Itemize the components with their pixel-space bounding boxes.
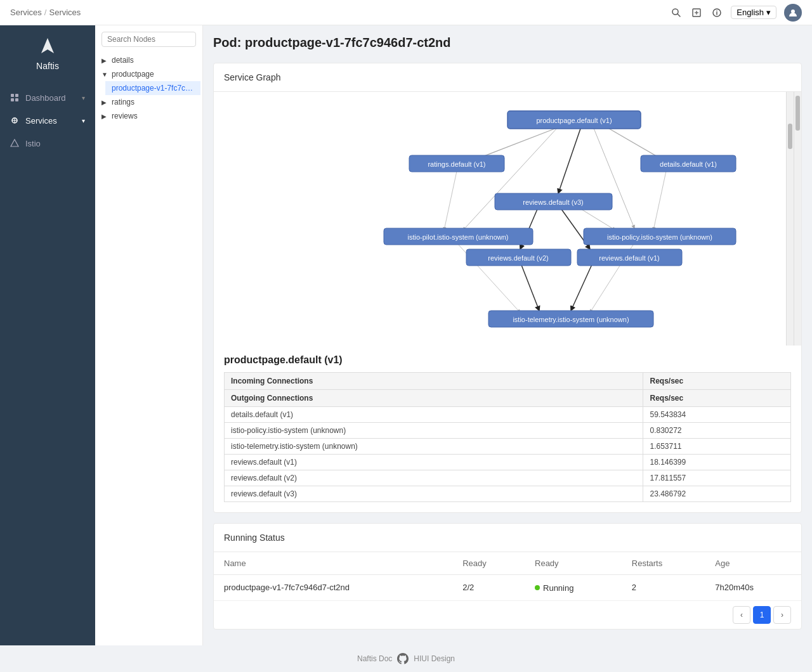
tree-item-ratings[interactable]: ▶ ratings — [95, 95, 202, 109]
expand-icon-productpage: ▼ — [102, 71, 109, 78]
status-table-body: productpage-v1-7fc7c946d7-ct2nd 2/2 Runn… — [214, 575, 801, 601]
sidebar-item-label-dashboard: Dashboard — [25, 93, 66, 103]
svg-text:ratings.default (v1): ratings.default (v1) — [428, 160, 485, 168]
expand-icon-reviews: ▶ — [102, 113, 109, 120]
age-cell: 7h20m40s — [705, 575, 801, 601]
edit-icon[interactable] — [690, 6, 703, 19]
breadcrumb: Services / Services — [10, 8, 81, 17]
svg-line-21 — [593, 127, 634, 228]
breadcrumb-sep: / — [44, 8, 47, 17]
expand-icon-details: ▶ — [102, 57, 109, 64]
connection-cell: istio-telemetry.istio-system (unknown) — [225, 439, 643, 455]
tree-item-productpage[interactable]: ▼ productpage — [95, 67, 202, 81]
col-ready1: Ready — [452, 552, 525, 575]
col-ready2: Ready — [525, 552, 622, 575]
tree-children-productpage: productpage-v1-7fc7c946... — [95, 81, 202, 95]
col-restarts: Restarts — [622, 552, 705, 575]
tree-item-details[interactable]: ▶ details — [95, 53, 202, 67]
outgoing-header: Outgoing Connections — [225, 390, 643, 407]
status-table: Name Ready Ready Restarts Age productpag… — [214, 552, 801, 601]
page-1-button[interactable]: 1 — [753, 606, 771, 624]
main-content: Pod: productpage-v1-7fc7c946d7-ct2nd Ser… — [203, 25, 812, 645]
dashboard-icon — [10, 93, 20, 103]
connection-cell: reviews.default (v1) — [225, 455, 643, 470]
svg-rect-12 — [11, 98, 14, 101]
running-status-header: Running Status — [214, 524, 801, 552]
page-title: Pod: productpage-v1-7fc7c946d7-ct2nd — [213, 36, 802, 50]
table-row: details.default (v1)59.543834 — [225, 407, 791, 423]
sidebar: Naftis Dashboard ▾ Services — [0, 25, 95, 645]
tree-item-reviews[interactable]: ▶ reviews — [95, 109, 202, 123]
info-icon[interactable] — [710, 6, 723, 19]
graph-scrollbar2[interactable] — [786, 92, 794, 346]
status-cell: Running — [525, 575, 622, 601]
reqs-cell: 1.653711 — [643, 439, 791, 455]
ready-cell: 2/2 — [452, 575, 525, 601]
col-name: Name — [214, 552, 452, 575]
reqs-cell: 0.830272 — [643, 423, 791, 439]
reqs-cell: 18.146399 — [643, 455, 791, 470]
search-input[interactable] — [102, 32, 196, 47]
service-graph-card: Service Graph — [213, 63, 802, 513]
selected-node-title: productpage.default (v1) — [224, 346, 791, 372]
connection-cell: reviews.default (v2) — [225, 470, 643, 486]
pagination: ‹ 1 › — [214, 601, 801, 629]
incoming-header: Incoming Connections — [225, 373, 643, 390]
tree-subitem-productpage-pod[interactable]: productpage-v1-7fc7c946... — [105, 81, 200, 95]
logo: Naftis — [36, 36, 59, 71]
breadcrumb-2[interactable]: Services — [49, 8, 81, 17]
svg-text:reviews.default (v2): reviews.default (v2) — [488, 254, 548, 262]
logo-icon — [36, 36, 59, 58]
prev-page-button[interactable]: ‹ — [733, 606, 750, 624]
reqs-header-1: Reqs/sec — [643, 373, 791, 390]
reqs-cell: 23.486792 — [643, 486, 791, 502]
reqs-cell: 17.811557 — [643, 470, 791, 486]
chevron-down-icon: ▾ — [766, 8, 771, 17]
graph-svg: productpage.default (v1) ratings.default… — [214, 92, 801, 346]
svg-text:istio-pilot.istio-system (unkn: istio-pilot.istio-system (unknown) — [408, 233, 509, 241]
sidebar-item-label-services: Services — [25, 116, 57, 126]
language-selector[interactable]: English ▾ — [731, 6, 776, 19]
svg-point-7 — [717, 10, 718, 11]
sidebar-nav: Dashboard ▾ Services ▾ Istio — [0, 86, 95, 155]
next-page-button[interactable]: › — [773, 606, 791, 624]
graph-scrollbar[interactable] — [794, 92, 801, 346]
graph-area: productpage.default (v1) ratings.default… — [214, 92, 801, 346]
istio-icon — [10, 138, 20, 148]
graph-scrollbar2-thumb — [788, 124, 792, 149]
chevron-icon-services: ▾ — [82, 117, 85, 124]
table-row: istio-policy.istio-system (unknown)0.830… — [225, 423, 791, 439]
topbar-actions: English ▾ — [670, 4, 802, 22]
search-icon[interactable] — [670, 6, 683, 19]
footer-text2: HIUI Design — [414, 654, 455, 663]
table-row: reviews.default (v1)18.146399 — [225, 455, 791, 470]
sidebar-item-dashboard[interactable]: Dashboard ▾ — [0, 86, 95, 109]
sidebar-item-istio[interactable]: Istio — [0, 132, 95, 155]
avatar[interactable] — [784, 4, 802, 22]
col-age: Age — [705, 552, 801, 575]
svg-rect-10 — [11, 94, 14, 97]
tree-label-reviews: reviews — [112, 112, 138, 120]
tree-label-productpage: productpage — [112, 70, 154, 79]
services-icon — [10, 115, 20, 126]
running-status-card: Running Status Name Ready Ready Restarts… — [213, 523, 802, 630]
svg-text:details.default (v1): details.default (v1) — [660, 160, 717, 168]
sidebar-item-services[interactable]: Services ▾ — [0, 109, 95, 132]
github-icon — [397, 653, 409, 664]
connection-cell: reviews.default (v3) — [225, 486, 643, 502]
breadcrumb-1[interactable]: Services — [10, 8, 42, 17]
tree-label-ratings: ratings — [112, 98, 134, 107]
connections-table-body: details.default (v1)59.543834istio-polic… — [225, 407, 791, 502]
svg-line-22 — [463, 127, 558, 230]
svg-text:productpage.default (v1): productpage.default (v1) — [536, 117, 612, 124]
svg-text:reviews.default (v1): reviews.default (v1) — [599, 254, 659, 262]
svg-marker-17 — [11, 139, 18, 146]
table-row: reviews.default (v3)23.486792 — [225, 486, 791, 502]
service-graph-header: Service Graph — [214, 63, 801, 92]
svg-line-1 — [678, 14, 680, 16]
topbar: Services / Services English ▾ — [0, 0, 812, 25]
table-row: reviews.default (v2)17.811557 — [225, 470, 791, 486]
node-stats-section: productpage.default (v1) Incoming Connec… — [214, 346, 801, 512]
svg-line-28 — [571, 262, 593, 311]
expand-icon-ratings: ▶ — [102, 99, 109, 106]
